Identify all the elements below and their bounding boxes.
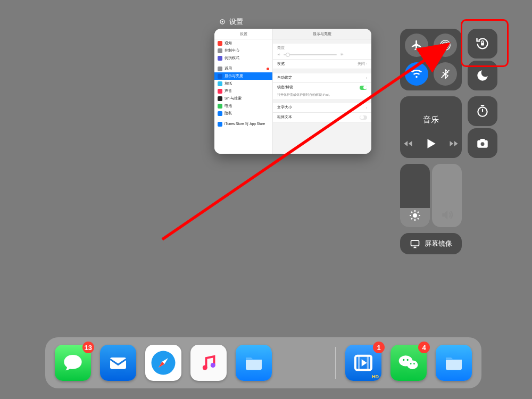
svg-rect-26: [110, 358, 126, 369]
connectivity-group: [400, 29, 462, 90]
gear-icon: [219, 18, 226, 26]
row-brightness: 亮度 ☀ ☀: [273, 44, 371, 60]
airdrop-icon: [439, 39, 451, 51]
svg-point-39: [407, 359, 409, 361]
row-boldtext[interactable]: 粗体文本: [273, 113, 371, 122]
main-header: 显示与亮度: [273, 29, 371, 39]
screen-mirroring-button[interactable]: 屏幕镜像: [400, 233, 462, 254]
play-icon[interactable]: [424, 137, 438, 151]
sidebar-item-battery[interactable]: 电池: [214, 102, 272, 110]
svg-point-40: [410, 363, 412, 364]
toggle-on-icon[interactable]: [360, 86, 367, 90]
sidebar-item-siri[interactable]: Siri 与搜索: [214, 95, 272, 102]
music-icon: [199, 353, 218, 372]
sun-bright-icon: ☀: [340, 52, 344, 57]
bluetooth-off-icon: [440, 69, 451, 79]
dock-app-music[interactable]: [190, 345, 227, 381]
sidebar-item-dnd[interactable]: 勿扰模式: [214, 54, 272, 62]
folder-icon: [443, 352, 464, 373]
screen-mirror-icon: [410, 238, 420, 249]
brightness-slider[interactable]: [400, 164, 430, 227]
brightness-slider[interactable]: [284, 54, 337, 55]
badge-count: 4: [418, 342, 430, 353]
dock-app-mail[interactable]: [100, 345, 136, 381]
media-controls[interactable]: 音乐: [400, 96, 462, 158]
do-not-disturb-toggle[interactable]: [468, 61, 497, 90]
svg-rect-22: [411, 240, 419, 246]
svg-line-21: [418, 212, 419, 213]
sidebar-item-display[interactable]: 显示与亮度: [214, 72, 272, 80]
camera-icon: [476, 136, 489, 150]
svg-point-31: [211, 363, 215, 368]
svg-point-37: [407, 360, 418, 369]
video-icon: [353, 352, 374, 373]
settings-window-preview: 设置 设置 通知 控制中心 勿扰模式 通用 显示与亮度 墙纸 声音 Siri 与…: [214, 15, 371, 154]
svg-point-1: [222, 21, 223, 23]
sidebar-item-general[interactable]: 通用: [214, 65, 272, 72]
svg-point-7: [478, 107, 487, 116]
svg-rect-33: [358, 356, 360, 370]
sidebar-item-notifications[interactable]: 通知: [214, 39, 272, 47]
dock-app-messages[interactable]: 13: [55, 345, 91, 381]
dock-app-video[interactable]: HD 1: [345, 345, 381, 381]
svg-point-13: [413, 213, 417, 218]
dock-app-wechat[interactable]: 4: [390, 345, 427, 381]
airplane-toggle[interactable]: [405, 34, 428, 57]
orientation-lock-toggle[interactable]: [468, 29, 497, 59]
sidebar-item-itunes[interactable]: iTunes Store 与 App Store: [214, 120, 272, 128]
svg-marker-23: [413, 246, 417, 248]
wechat-icon: [397, 351, 420, 375]
messages-icon: [62, 352, 84, 373]
svg-point-30: [203, 365, 207, 370]
row-textsize[interactable]: 文字大小›: [273, 103, 371, 113]
timer-button[interactable]: [468, 96, 497, 126]
hd-label: HD: [372, 374, 379, 379]
airdrop-toggle[interactable]: [434, 34, 457, 57]
screen-mirror-label: 屏幕镜像: [425, 239, 452, 248]
sidebar-header: 设置: [214, 29, 272, 39]
rewind-icon[interactable]: [403, 138, 413, 149]
svg-rect-6: [481, 43, 484, 45]
svg-point-11: [481, 142, 485, 146]
settings-main-panel: 显示与亮度 亮度 ☀ ☀ 夜览 关闭 › 自动锁定› 锁定/解锁: [273, 29, 371, 154]
sidebar-item-sound[interactable]: 声音: [214, 87, 272, 95]
bluetooth-toggle[interactable]: [434, 62, 457, 86]
svg-rect-12: [480, 139, 485, 140]
settings-window-title: 设置: [229, 17, 243, 27]
row-lockunlock-desc: 打开保护盖或保护套时自动解锁 iPad。: [273, 92, 371, 99]
settings-window-titlebar: 设置: [214, 15, 371, 29]
sun-dim-icon: ☀: [277, 53, 280, 57]
orientation-lock-icon: [475, 36, 490, 51]
safari-icon: [149, 348, 178, 377]
dock-divider: [335, 347, 336, 379]
row-lockunlock[interactable]: 锁定/解锁: [273, 83, 371, 92]
volume-slider[interactable]: [432, 164, 462, 227]
svg-line-20: [411, 218, 412, 219]
settings-sidebar: 设置 通知 控制中心 勿扰模式 通用 显示与亮度 墙纸 声音 Siri 与搜索 …: [214, 29, 273, 154]
dock-app-recent-folder[interactable]: [436, 345, 472, 381]
badge-count: 1: [373, 342, 385, 353]
row-autolock[interactable]: 自动锁定›: [273, 73, 371, 83]
forward-icon[interactable]: [448, 138, 459, 149]
svg-point-41: [413, 363, 415, 364]
svg-point-38: [403, 359, 404, 361]
wifi-toggle[interactable]: [405, 62, 428, 86]
dock-app-safari[interactable]: [145, 345, 181, 381]
sidebar-item-wallpaper[interactable]: 墙纸: [214, 80, 272, 87]
svg-rect-34: [367, 356, 369, 370]
sidebar-item-control-center[interactable]: 控制中心: [214, 47, 272, 54]
sidebar-item-privacy[interactable]: 隐私: [214, 110, 272, 117]
svg-line-19: [418, 218, 419, 219]
badge-count: 13: [82, 342, 94, 353]
airplane-icon: [411, 39, 422, 51]
toggle-off-icon[interactable]: [360, 115, 367, 120]
row-nightshift[interactable]: 夜览 关闭 ›: [273, 60, 371, 69]
folder-icon: [243, 352, 264, 373]
svg-line-18: [411, 212, 412, 213]
media-title: 音乐: [423, 115, 439, 125]
camera-button[interactable]: [468, 128, 497, 158]
mail-icon: [107, 352, 129, 373]
dock-app-files[interactable]: [236, 345, 272, 381]
svg-point-2: [444, 44, 447, 47]
moon-icon: [476, 69, 489, 82]
